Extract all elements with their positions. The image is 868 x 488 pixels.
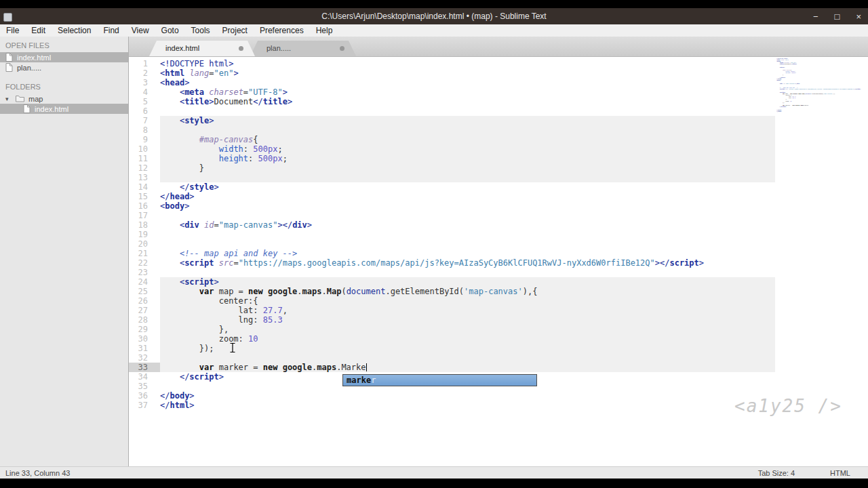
menu-goto[interactable]: Goto xyxy=(155,24,185,37)
line-number: 28 xyxy=(129,315,160,325)
code-line-22[interactable]: <script src="https://maps.googleapis.com… xyxy=(160,258,868,268)
folder-item-map[interactable]: ▾map xyxy=(0,94,128,104)
line-number: 37 xyxy=(129,401,160,410)
minimize-button[interactable]: − xyxy=(813,12,818,22)
code-line-3[interactable]: <head> xyxy=(160,78,868,87)
code-line-12[interactable]: } xyxy=(160,163,868,173)
line-number: 26 xyxy=(129,296,160,306)
code-editor[interactable]: 1234567891011121314151617181920212223242… xyxy=(129,57,868,466)
line-number: 15 xyxy=(129,192,160,201)
line-number: 11 xyxy=(129,154,160,163)
menu-preferences[interactable]: Preferences xyxy=(254,24,310,37)
folders-label: FOLDERS xyxy=(0,78,128,94)
code-line-24[interactable]: <script> xyxy=(160,277,868,287)
modified-dot-icon xyxy=(239,46,243,51)
mouse-cursor-ibeam-icon xyxy=(229,342,236,356)
line-number: 9 xyxy=(129,135,160,144)
item-label: index.html xyxy=(35,105,68,113)
tab-bar: index.htmlplan..... xyxy=(129,37,868,57)
code-line-11[interactable]: height: 500px; xyxy=(160,154,868,163)
code-line-30[interactable]: zoom: 10 xyxy=(160,334,868,344)
file-icon xyxy=(23,104,31,113)
line-number: 19 xyxy=(129,230,160,239)
maximize-button[interactable]: □ xyxy=(835,12,840,22)
code-line-8[interactable] xyxy=(160,125,868,135)
code-line-20[interactable] xyxy=(160,239,868,249)
menu-edit[interactable]: Edit xyxy=(25,24,52,37)
menu-selection[interactable]: Selection xyxy=(52,24,97,37)
file-item-index.html[interactable]: index.html xyxy=(0,52,128,62)
code-line-15[interactable]: </head> xyxy=(160,192,868,201)
status-bar: Line 33, Column 43 Tab Size: 4 HTML xyxy=(0,466,868,479)
code-line-26[interactable]: center:{ xyxy=(160,296,868,306)
line-number: 24 xyxy=(129,277,160,287)
item-label: index.html xyxy=(17,54,51,62)
menu-tools[interactable]: Tools xyxy=(185,24,216,37)
code-line-6[interactable] xyxy=(160,106,868,116)
triangle-down-icon[interactable]: ▾ xyxy=(5,96,12,102)
line-number: 3 xyxy=(129,78,160,87)
code-line-7[interactable]: <style> xyxy=(160,116,868,125)
open-files-label: OPEN FILES xyxy=(0,37,128,52)
letterbox-top xyxy=(0,0,868,8)
menu-help[interactable]: Help xyxy=(310,24,339,37)
code-line-37[interactable]: </html> xyxy=(160,401,868,410)
code-line-9[interactable]: #map-canvas{ xyxy=(160,135,868,144)
item-label: plan..... xyxy=(17,64,41,72)
code-line-27[interactable]: lat: 27.7, xyxy=(160,306,868,315)
code-line-36[interactable]: </body> xyxy=(160,391,868,401)
line-number: 12 xyxy=(129,163,160,173)
code-line-19[interactable] xyxy=(160,230,868,239)
code-line-21[interactable]: <!-- map api and key --> xyxy=(160,249,868,258)
file-item-index.html[interactable]: index.html xyxy=(0,104,128,114)
code-line-1[interactable]: <!DOCTYPE html> xyxy=(160,59,868,68)
code-line-2[interactable]: <html lang="en"> xyxy=(160,68,868,78)
code-line-29[interactable]: }, xyxy=(160,325,868,334)
file-item-plan.....[interactable]: plan..... xyxy=(0,62,128,73)
code-line-4[interactable]: <meta charset="UTF-8"> xyxy=(160,87,868,97)
code-line-14[interactable]: </style> xyxy=(160,182,868,192)
code-line-13[interactable] xyxy=(160,173,868,182)
code-line-23[interactable] xyxy=(160,268,868,277)
menu-find[interactable]: Find xyxy=(97,24,125,37)
tab-plan.....[interactable]: plan..... xyxy=(250,41,356,56)
tab-label: index.html xyxy=(165,44,199,52)
code-line-31[interactable]: }); xyxy=(160,344,868,353)
line-number: 29 xyxy=(129,325,160,334)
line-number: 27 xyxy=(129,306,160,315)
tab-index.html[interactable]: index.html xyxy=(149,41,255,56)
menu-file[interactable]: File xyxy=(0,24,25,37)
line-number: 4 xyxy=(129,87,160,97)
line-number: 21 xyxy=(129,249,160,258)
code-area[interactable]: <!DOCTYPE html><html lang="en"><head> <m… xyxy=(160,57,868,466)
code-line-5[interactable]: <title>Document</title> xyxy=(160,97,868,106)
item-label: map xyxy=(28,95,43,103)
line-number: 5 xyxy=(129,97,160,106)
line-number: 2 xyxy=(129,68,160,78)
line-number: 30 xyxy=(129,334,160,344)
main-area: OPEN FILES index.htmlplan..... FOLDERS ▾… xyxy=(0,37,868,466)
code-line-16[interactable]: <body> xyxy=(160,201,868,211)
status-line-column: Line 33, Column 43 xyxy=(5,469,70,477)
code-line-32[interactable] xyxy=(160,353,868,363)
line-number: 34 xyxy=(129,372,160,382)
close-button[interactable]: × xyxy=(856,12,861,22)
line-number-gutter: 1234567891011121314151617181920212223242… xyxy=(129,59,160,410)
line-number: 7 xyxy=(129,116,160,125)
status-tab-size[interactable]: Tab Size: 4 xyxy=(758,469,795,477)
code-line-10[interactable]: width: 500px; xyxy=(160,144,868,154)
code-line-25[interactable]: var map = new google.maps.Map(document.g… xyxy=(160,287,868,296)
line-number: 23 xyxy=(129,268,160,277)
line-number: 10 xyxy=(129,144,160,154)
code-line-18[interactable]: <div id="map-canvas"></div> xyxy=(160,220,868,230)
code-line-33[interactable]: var marker = new google.maps.Marke xyxy=(160,363,868,372)
menu-view[interactable]: View xyxy=(125,24,155,37)
code-line-17[interactable] xyxy=(160,211,868,220)
line-number: 8 xyxy=(129,125,160,135)
code-line-28[interactable]: lng: 85.3 xyxy=(160,315,868,325)
status-syntax-mode[interactable]: HTML xyxy=(830,469,850,477)
autocomplete-item-marker[interactable]: marker xyxy=(343,375,536,386)
menu-project[interactable]: Project xyxy=(216,24,254,37)
line-number: 13 xyxy=(129,173,160,182)
autocomplete-completion-text: r xyxy=(371,375,376,385)
